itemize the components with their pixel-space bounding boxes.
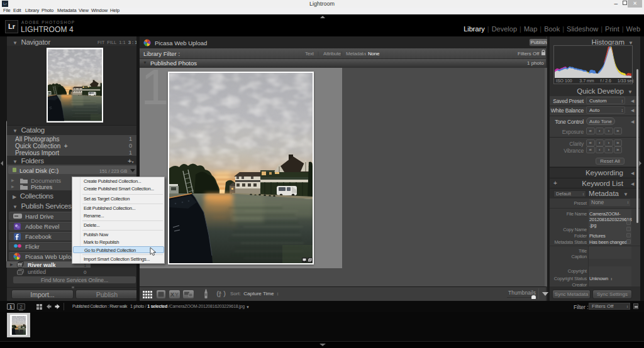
svg-text:X: X — [170, 291, 174, 298]
svg-text:Y: Y — [175, 291, 179, 298]
